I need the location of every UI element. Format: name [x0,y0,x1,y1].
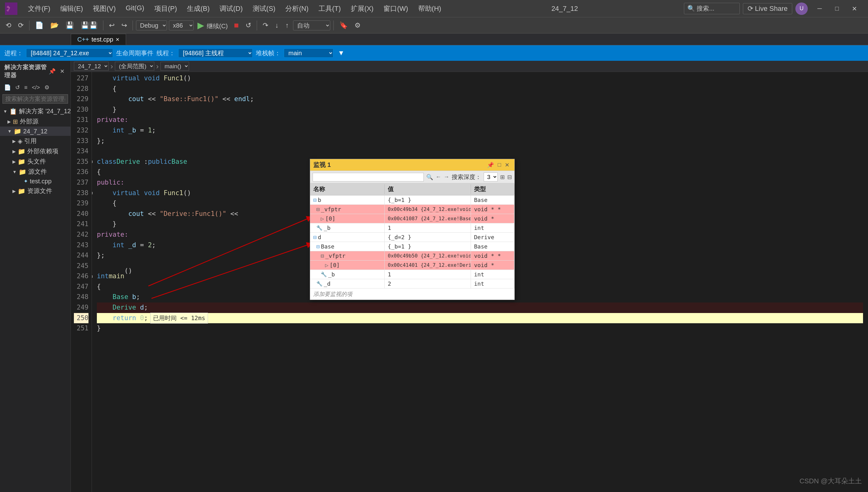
menu-window[interactable]: 窗口(W) [379,3,412,15]
menu-debug[interactable]: 调试(D) [215,3,247,15]
tree-solution-icon: 📋 [9,108,17,115]
watch-collapse-button[interactable]: ⊟ [507,174,512,180]
menu-build[interactable]: 生成(B) [183,3,214,15]
watch-add-row[interactable]: 添加要监视的项 [310,289,514,300]
tree-headers[interactable]: ▶ 📁 头文件 [0,156,70,167]
watch-row-b-vfptr-0[interactable]: ▷ [0] 0x00c41087 {24_7_12.exe!Base::Func… [310,214,514,223]
tree-references[interactable]: ▶ ◈ 引用 [0,136,70,146]
debug-config-dropdown[interactable]: Debug [136,21,167,30]
menu-analyze[interactable]: 分析(N) [281,3,313,15]
live-share-button[interactable]: ⟳ Live Share [743,3,792,14]
stack-dropdown[interactable]: main [284,48,333,58]
forward-button[interactable]: ⟳ [16,20,26,31]
watch-arr-icon: ▷ [321,215,324,222]
menu-project[interactable]: 项目(P) [150,3,181,15]
menu-view[interactable]: 视图(V) [89,3,120,15]
menu-help[interactable]: 帮助(H) [414,3,446,15]
menu-git[interactable]: Git(G) [121,3,149,15]
thread-dropdown[interactable]: [94868] 主线程 [178,48,253,58]
step-over-button[interactable]: ↷ [260,20,271,31]
code-line-250: ⇒ return 0; 已用时间 <= 12ms [97,313,863,324]
toolbar-separator-3 [133,21,133,30]
continue-button[interactable]: ▶ 继续(C) [195,20,230,31]
maximize-button[interactable]: □ [828,2,846,15]
bookmarks-button[interactable]: 🔖 [337,20,350,31]
live-share-icon: ⟳ [748,5,753,13]
watch-cell-b-vfptr-value: 0x00c49b34 {24_7_12.exe!void(* Base::`vf… [385,205,471,214]
process-label: 进程： [4,49,23,57]
back-button[interactable]: ⟲ [3,20,14,31]
watch-d-vfptr-icon: ⊟ [321,252,324,259]
sidebar-filter-btn[interactable]: ≡ [23,83,29,92]
watch-restore-button[interactable]: □ [496,161,503,169]
menu-extensions[interactable]: 扩展(X) [347,3,378,15]
watch-d-label: d [318,234,321,240]
open-button[interactable]: 📂 [48,20,61,31]
watch-row-d-d[interactable]: 🔧 _d 2 int [310,279,514,289]
tree-test-cpp-label: test.cpp [30,178,51,185]
redo-button[interactable]: ↪ [119,20,130,31]
auto-dropdown[interactable]: 自动 [293,21,330,30]
watch-row-d-base[interactable]: ⊟ Base {_b=1 } Base [310,242,514,251]
watch-row-b-vfptr[interactable]: ⊟ _vfptr 0x00c49b34 {24_7_12.exe!void(* … [310,205,514,214]
watch-pin-button[interactable]: 📌 [485,161,496,169]
tab-icon: C++ [77,36,89,43]
sidebar-settings-btn[interactable]: ⚙ [43,83,51,92]
watch-search-button[interactable]: 🔍 [426,174,433,180]
sidebar-pin-button[interactable]: 📌 [47,67,57,76]
step-into-button[interactable]: ↓ [273,20,281,31]
watch-nav-next[interactable]: → [444,174,449,180]
menu-test[interactable]: 测试(S) [248,3,280,15]
watch-expand-button[interactable]: ⊞ [500,174,505,180]
path-dropdown-right[interactable]: main() [161,62,189,71]
watch-row-d[interactable]: ⊟ d {_d=2 } Derive [310,233,514,242]
save-button[interactable]: 💾 [63,20,76,31]
tree-test-cpp[interactable]: ✦ test.cpp [0,177,70,186]
more-tools-button[interactable]: ⚙ [352,20,363,31]
watch-window: 监视 1 📌 □ ✕ 🔍 ← → 搜索深度： 3 ⊞ ⊟ [310,159,515,300]
watch-row-d-vfptr-0[interactable]: ▷ [0] 0x00c41401 {24_7_12.exe!Derive::Fu… [310,261,514,270]
menu-tools[interactable]: 工具(T) [314,3,345,15]
watch-search-input[interactable] [313,173,424,181]
sidebar-new-file-btn[interactable]: 📄 [2,83,13,92]
sidebar-close-button[interactable]: ✕ [58,67,66,76]
step-out-button[interactable]: ↑ [283,20,291,31]
menu-file[interactable]: 文件(F) [24,3,55,15]
tree-ext-deps[interactable]: ▶ 📁 外部依赖项 [0,146,70,156]
toolbar-separator-2 [103,21,103,30]
stack-nav-down[interactable]: ▼ [338,49,345,57]
watch-row-d-b[interactable]: 🔧 _b 1 int [310,270,514,279]
close-button[interactable]: ✕ [846,2,863,15]
process-dropdown[interactable]: [84848] 24_7_12.exe [26,48,113,58]
watch-nav-prev[interactable]: ← [436,174,441,180]
new-file-button[interactable]: 📄 [32,20,46,31]
tab-close-button[interactable]: × [116,36,119,43]
save-all-button[interactable]: 💾💾 [78,20,100,31]
tree-sources[interactable]: ▼ 📁 源文件 [0,167,70,177]
tree-project[interactable]: ▼ 📁 24_7_12 [0,127,70,136]
watch-close-button[interactable]: ✕ [503,161,511,169]
restart-button[interactable]: ↺ [243,20,254,31]
tab-test-cpp[interactable]: C++ test.cpp × [71,34,126,45]
watch-depth-select[interactable]: 3 [484,172,498,181]
path-dropdown-left[interactable]: 24_7_12 [74,62,109,71]
platform-dropdown[interactable]: x86 [169,21,194,30]
sidebar-search-input[interactable] [2,94,68,104]
watch-cell-d-base-type: Base [471,242,514,251]
path-dropdown-middle[interactable]: (全局范围) [115,62,154,71]
tree-chevron-headers: ▶ [13,159,16,164]
watch-row-b-b[interactable]: 🔧 _b 1 int [310,223,514,233]
watch-b-label: b [318,197,321,203]
undo-button[interactable]: ↩ [107,20,117,31]
tree-solution[interactable]: ▼ 📋 解决方案 '24_7_12' (1 个项目, [0,106,70,116]
tree-external-sources[interactable]: ▶ ⊞ 外部源 [0,116,70,127]
watch-row-b[interactable]: ⊟ b {_b=1 } Base [310,195,514,205]
sidebar-sync-btn[interactable]: ↺ [14,83,21,92]
sidebar-code-btn[interactable]: </> [30,83,42,92]
tree-resources[interactable]: ▶ 📁 资源文件 [0,186,70,196]
menu-edit[interactable]: 编辑(E) [56,3,87,15]
watch-row-d-vfptr[interactable]: ⊟ _vfptr 0x00c49b50 {24_7_12.exe!void(* … [310,251,514,261]
stop-button[interactable]: ■ [232,19,241,31]
minimize-button[interactable]: ─ [811,2,828,15]
title-center: 24_7_12 [452,5,678,13]
